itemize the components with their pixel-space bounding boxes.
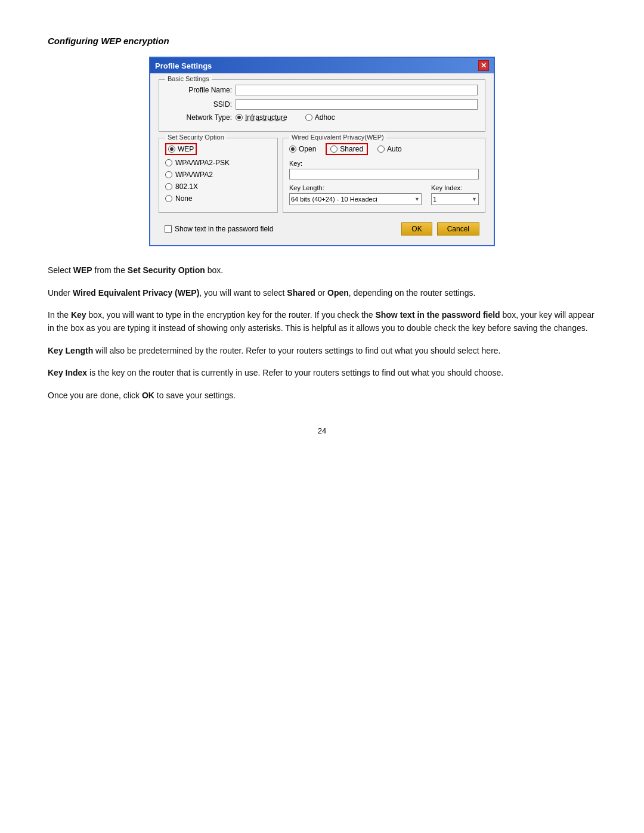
- auto-radio-circle: [377, 145, 385, 153]
- 8021x-option[interactable]: 802.1X: [165, 182, 271, 191]
- page-heading: Configuring WEP encryption: [48, 36, 596, 46]
- para5-bold-keyindex: Key Index: [48, 368, 87, 377]
- 8021x-radio-circle: [165, 183, 172, 190]
- key-length-arrow: ▼: [414, 196, 420, 202]
- key-label: Key:: [289, 160, 479, 167]
- basic-settings-label: Basic Settings: [165, 75, 212, 82]
- para1-bold-security: Set Security Option: [128, 265, 205, 275]
- para3-bold-show: Show text in the password field: [375, 310, 500, 320]
- none-label: None: [175, 194, 193, 203]
- bottom-row: Show text in the password field OK Cance…: [159, 219, 485, 237]
- ok-button[interactable]: OK: [401, 222, 432, 236]
- para4: Key Length will also be predetermined by…: [48, 345, 596, 358]
- key-index-label: Key Index:: [431, 184, 479, 191]
- para2-bold-shared: Shared: [287, 288, 315, 298]
- open-label: Open: [299, 145, 316, 153]
- wpa-psk-label: WPA/WPA2-PSK: [175, 159, 230, 167]
- network-type-label: Network Type:: [166, 113, 232, 122]
- key-index-group: Key Index: 1 ▼: [431, 184, 479, 205]
- key-length-label: Key Length:: [289, 184, 422, 191]
- ssid-row: SSID:: [166, 99, 478, 110]
- para2: Under Wired Equivalent Privacy (WEP), yo…: [48, 287, 596, 300]
- wpa-psk-radio-circle: [165, 159, 172, 166]
- dialog-titlebar: Profile Settings ✕: [150, 58, 494, 73]
- key-length-value: 64 bits (40+24) - 10 Hexadeci: [291, 196, 377, 203]
- adhoc-radio[interactable]: Adhoc: [305, 113, 335, 122]
- key-input[interactable]: [289, 169, 479, 179]
- key-index-value: 1: [433, 196, 436, 203]
- basic-settings-group: Basic Settings Profile Name: SSID: Netwo…: [159, 79, 485, 132]
- cancel-button[interactable]: Cancel: [437, 222, 479, 236]
- shared-radio-circle: [330, 145, 338, 153]
- para5: Key Index is the key on the router that …: [48, 367, 596, 380]
- profile-name-row: Profile Name:: [166, 85, 478, 95]
- key-length-group: Key Length: 64 bits (40+24) - 10 Hexadec…: [289, 184, 422, 205]
- shared-label: Shared: [340, 145, 363, 153]
- ssid-input[interactable]: [236, 99, 478, 110]
- security-group-label: Set Security Option: [165, 134, 227, 141]
- para6: Once you are done, click OK to save your…: [48, 389, 596, 402]
- wep-group: Wired Equivalent Privacy(WEP) Open Share…: [283, 138, 485, 213]
- para3-bold-key: Key: [71, 310, 86, 320]
- dialog-title: Profile Settings: [155, 61, 212, 70]
- infrastructure-label: Infrastructure: [245, 113, 287, 122]
- infrastructure-radio[interactable]: Infrastructure: [236, 113, 287, 122]
- wep-radio-circle: [168, 145, 175, 153]
- show-text-row: Show text in the password field: [165, 225, 273, 233]
- button-row: OK Cancel: [401, 222, 479, 236]
- open-radio[interactable]: Open: [289, 145, 316, 153]
- security-group: Set Security Option WEP WPA/WPA2-PSK: [159, 138, 278, 213]
- auto-label: Auto: [387, 145, 402, 153]
- adhoc-label: Adhoc: [315, 113, 335, 122]
- wep-auth-row: Open Shared Auto: [289, 143, 479, 155]
- none-radio-circle: [165, 195, 172, 202]
- shared-radio[interactable]: Shared: [326, 143, 368, 155]
- key-index-arrow: ▼: [472, 196, 477, 202]
- page-number: 24: [48, 426, 596, 435]
- key-index-dropdown[interactable]: 1 ▼: [431, 193, 479, 205]
- auto-radio[interactable]: Auto: [377, 145, 402, 153]
- profile-name-input[interactable]: [236, 85, 478, 95]
- dialog-wrapper: Profile Settings ✕ Basic Settings Profil…: [48, 57, 596, 246]
- para4-bold-keylength: Key Length: [48, 346, 93, 355]
- key-length-row: Key Length: 64 bits (40+24) - 10 Hexadec…: [289, 184, 479, 205]
- none-option[interactable]: None: [165, 194, 271, 203]
- profile-name-label: Profile Name:: [166, 86, 232, 94]
- wpa-radio-circle: [165, 171, 172, 178]
- dialog-body: Basic Settings Profile Name: SSID: Netwo…: [150, 73, 494, 245]
- para1: Select WEP from the Set Security Option …: [48, 264, 596, 277]
- 8021x-label: 802.1X: [175, 182, 198, 191]
- network-type-row: Network Type: Infrastructure Adhoc: [166, 113, 478, 122]
- close-button[interactable]: ✕: [478, 60, 489, 71]
- wep-group-label: Wired Equivalent Privacy(WEP): [289, 134, 386, 141]
- profile-settings-dialog: Profile Settings ✕ Basic Settings Profil…: [149, 57, 495, 246]
- wpa-psk-option[interactable]: WPA/WPA2-PSK: [165, 159, 271, 167]
- para1-bold-wep: WEP: [73, 265, 92, 275]
- para2-bold-wep: Wired Equivalent Privacy (WEP): [73, 288, 199, 298]
- wep-selected-box: WEP: [165, 143, 197, 155]
- wep-option[interactable]: WEP: [165, 143, 271, 155]
- open-radio-circle: [289, 145, 296, 153]
- infrastructure-radio-circle: [236, 114, 243, 121]
- wpa-label: WPA/WPA2: [175, 171, 213, 179]
- para3: In the Key box, you will want to type in…: [48, 309, 596, 335]
- key-length-dropdown[interactable]: 64 bits (40+24) - 10 Hexadeci ▼: [289, 193, 422, 205]
- adhoc-radio-circle: [305, 114, 312, 121]
- ssid-label: SSID:: [166, 100, 232, 109]
- wpa-option[interactable]: WPA/WPA2: [165, 171, 271, 179]
- para2-bold-open: Open: [327, 288, 349, 298]
- wep-label: WEP: [178, 145, 194, 153]
- para6-bold-ok: OK: [142, 391, 154, 400]
- lower-section: Set Security Option WEP WPA/WPA2-PSK: [159, 138, 485, 213]
- show-text-label: Show text in the password field: [175, 225, 273, 233]
- show-text-checkbox[interactable]: [165, 225, 172, 233]
